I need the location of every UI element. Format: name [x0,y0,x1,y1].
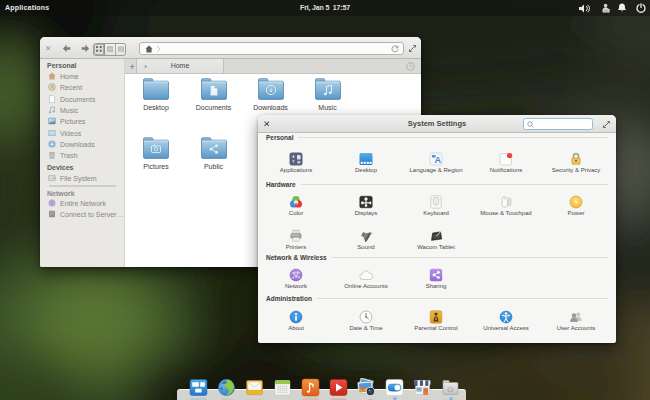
svg-text:A: A [435,155,442,165]
